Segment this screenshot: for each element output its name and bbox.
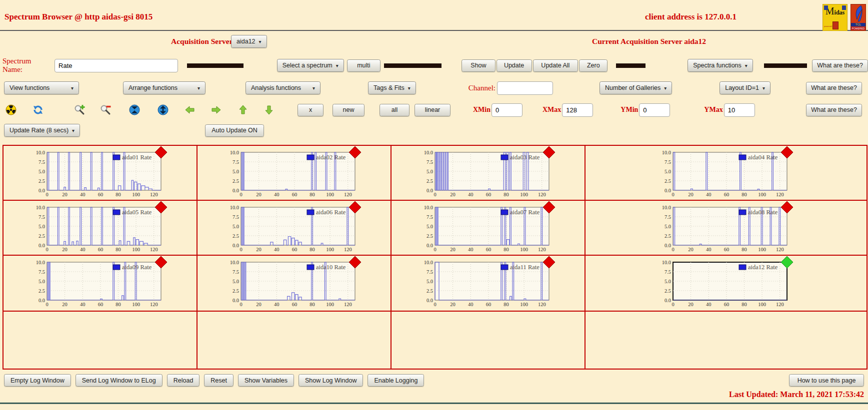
analysis-functions-dropdown[interactable]: Analysis functions <box>246 81 320 94</box>
tcl-feather-icon <box>851 4 866 24</box>
svg-text:40: 40 <box>706 247 712 252</box>
refresh-icon[interactable] <box>32 104 44 116</box>
legend-label: aida04 Rate <box>748 154 778 161</box>
svg-text:20: 20 <box>688 302 694 307</box>
x-axis-button[interactable]: x <box>298 104 324 116</box>
what-are-these-button[interactable]: What are these? <box>806 82 862 94</box>
svg-text:5.0: 5.0 <box>664 279 671 284</box>
show-log-window-button[interactable]: Show Log Window <box>298 374 364 387</box>
arrow-right-icon[interactable] <box>210 104 222 116</box>
radioactive-icon[interactable] <box>5 104 17 116</box>
ymax-input[interactable] <box>724 103 755 117</box>
arrange-functions-dropdown[interactable]: Arrange functions <box>123 81 206 94</box>
svg-text:80: 80 <box>742 302 747 307</box>
svg-text:100: 100 <box>132 302 140 307</box>
number-of-galleries-dropdown[interactable]: Number of Galleries <box>600 81 672 94</box>
all-button[interactable]: all <box>380 104 410 116</box>
linear-button[interactable]: linear <box>414 104 450 116</box>
svg-text:0: 0 <box>240 247 242 252</box>
xmin-input[interactable] <box>492 103 522 117</box>
svg-text:20: 20 <box>450 302 456 307</box>
spectrum-chart-aida08[interactable]: 0.02.55.07.510.0020406080100120 aida08 R… <box>656 203 796 253</box>
select-spectrum-dropdown[interactable]: Select a spectrum <box>277 59 344 72</box>
arrow-left-icon[interactable] <box>184 104 196 116</box>
svg-text:10.0: 10.0 <box>230 150 239 155</box>
reset-button[interactable]: Reset <box>204 374 234 387</box>
spectrum-chart-aida02[interactable]: 0.02.55.07.510.0020406080100120 aida02 R… <box>224 148 364 198</box>
enable-logging-button[interactable]: Enable Logging <box>368 374 424 387</box>
svg-text:80: 80 <box>116 247 121 252</box>
gallery-cell-aida03[interactable]: 0.02.55.07.510.0020406080100120 aida03 R… <box>392 146 586 201</box>
update-button[interactable]: Update <box>496 59 532 72</box>
tags-fits-dropdown[interactable]: Tags & Fits <box>368 81 416 94</box>
spectrum-chart-aida11[interactable]: 0.02.55.07.510.0020406080100120 aida11 R… <box>418 258 558 308</box>
legend-swatch <box>307 265 314 270</box>
svg-text:10.0: 10.0 <box>230 260 239 265</box>
svg-text:20: 20 <box>688 247 694 252</box>
spectrum-chart-aida03[interactable]: 0.02.55.07.510.0020406080100120 aida03 R… <box>418 148 558 198</box>
spectrum-name-input[interactable] <box>54 59 178 72</box>
layout-id-dropdown[interactable]: Layout ID=1 <box>720 81 770 94</box>
svg-text:120: 120 <box>776 302 784 307</box>
empty-log-window-button[interactable]: Empty Log Window <box>4 374 71 387</box>
spectrum-chart-aida12[interactable]: 0.02.55.07.510.0020406080100120 aida12 R… <box>656 258 796 308</box>
chevron-down-icon <box>745 63 748 68</box>
what-are-these-button[interactable]: What are these? <box>806 104 862 116</box>
tcl-logo: TCL POWERED <box>850 4 866 31</box>
spectrum-chart-aida05[interactable]: 0.02.55.07.510.0020406080100120 aida05 R… <box>30 203 170 253</box>
spectrum-chart-aida04[interactable]: 0.02.55.07.510.0020406080100120 aida04 R… <box>656 148 796 198</box>
show-variables-button[interactable]: Show Variables <box>238 374 294 387</box>
gallery-cell-aida04[interactable]: 0.02.55.07.510.0020406080100120 aida04 R… <box>586 146 866 201</box>
what-are-these-button[interactable]: What are these? <box>812 59 868 72</box>
svg-text:60: 60 <box>486 247 492 252</box>
gallery-cell-aida05[interactable]: 0.02.55.07.510.0020406080100120 aida05 R… <box>4 201 198 256</box>
legend-swatch <box>739 265 746 270</box>
gallery-cell-aida06[interactable]: 0.02.55.07.510.0020406080100120 aida06 R… <box>198 201 392 256</box>
svg-text:120: 120 <box>538 192 546 197</box>
zoom-out-icon[interactable] <box>100 104 112 116</box>
spectrum-chart-aida06[interactable]: 0.02.55.07.510.0020406080100120 aida06 R… <box>224 203 364 253</box>
how-to-use-button[interactable]: How to use this page <box>789 374 864 387</box>
spectrum-chart-aida07[interactable]: 0.02.55.07.510.0020406080100120 aida07 R… <box>418 203 558 253</box>
svg-text:40: 40 <box>274 302 280 307</box>
update-all-button[interactable]: Update All <box>533 59 578 72</box>
reload-button[interactable]: Reload <box>167 374 200 387</box>
acquisition-row: Acquisition Servers aida12 Current Acqui… <box>0 31 868 54</box>
gallery-cell-aida10[interactable]: 0.02.55.07.510.0020406080100120 aida10 R… <box>198 256 392 312</box>
auto-update-button[interactable]: Auto Update ON <box>205 124 264 137</box>
xmax-input[interactable] <box>562 103 593 117</box>
zero-button[interactable]: Zero <box>579 59 608 72</box>
channel-input[interactable] <box>497 81 553 95</box>
show-button[interactable]: Show <box>462 59 495 72</box>
svg-text:120: 120 <box>150 247 158 252</box>
spectrum-chart-aida09[interactable]: 0.02.55.07.510.0020406080100120 aida09 R… <box>30 258 170 308</box>
svg-text:60: 60 <box>292 247 298 252</box>
gallery-cell-aida01[interactable]: 0.02.55.07.510.0020406080100120 aida01 R… <box>4 146 198 201</box>
tags-fits-label: Tags & Fits <box>374 84 404 91</box>
svg-text:100: 100 <box>520 192 528 197</box>
svg-text:0.0: 0.0 <box>232 298 239 303</box>
zoom-in-icon[interactable] <box>74 104 86 116</box>
spectrum-chart-aida10[interactable]: 0.02.55.07.510.0020406080100120 aida10 R… <box>224 258 364 308</box>
arrow-down-icon[interactable] <box>263 104 275 116</box>
gallery-cell-aida12[interactable]: 0.02.55.07.510.0020406080100120 aida12 R… <box>586 256 866 312</box>
multi-button[interactable]: multi <box>347 59 380 72</box>
view-functions-dropdown[interactable]: View functions <box>4 81 79 94</box>
ymin-input[interactable] <box>639 103 670 117</box>
send-log-to-elog-button[interactable]: Send Log Window to ELog <box>76 374 162 387</box>
collapse-vertical-icon[interactable] <box>128 104 140 116</box>
acquisition-server-select[interactable]: aida12 <box>231 35 267 48</box>
svg-text:10.0: 10.0 <box>662 150 671 155</box>
new-button[interactable]: new <box>332 104 364 116</box>
gallery-cell-aida02[interactable]: 0.02.55.07.510.0020406080100120 aida02 R… <box>198 146 392 201</box>
gallery-cell-aida11[interactable]: 0.02.55.07.510.0020406080100120 aida11 R… <box>392 256 586 312</box>
spectrum-chart-aida01[interactable]: 0.02.55.07.510.0020406080100120 aida01 R… <box>30 148 170 198</box>
gallery-cell-aida09[interactable]: 0.02.55.07.510.0020406080100120 aida09 R… <box>4 256 198 312</box>
spectra-functions-dropdown[interactable]: Spectra functions <box>688 59 753 72</box>
gallery-cell-aida08[interactable]: 0.02.55.07.510.0020406080100120 aida08 R… <box>586 201 866 256</box>
svg-text:5.0: 5.0 <box>426 169 433 174</box>
arrow-up-icon[interactable] <box>237 104 249 116</box>
update-rate-dropdown[interactable]: Update Rate (8 secs) <box>4 124 80 137</box>
expand-vertical-icon[interactable] <box>157 104 169 116</box>
gallery-cell-aida07[interactable]: 0.02.55.07.510.0020406080100120 aida07 R… <box>392 201 586 256</box>
